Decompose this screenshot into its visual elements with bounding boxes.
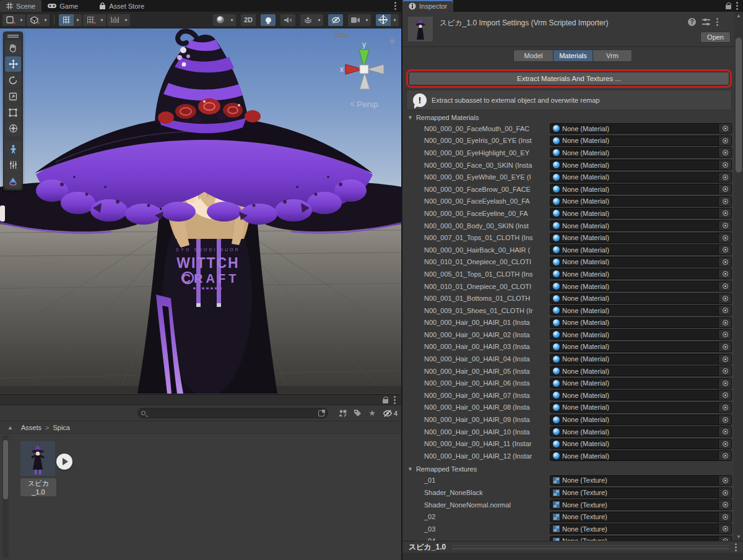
tool-settings-button[interactable] (2, 14, 17, 26)
project-lock-icon[interactable] (383, 397, 388, 403)
scene-panel-menu-kebab-icon[interactable] (394, 2, 396, 10)
scrollbar-thumb[interactable] (736, 38, 742, 173)
material-object-field[interactable]: None (Material) (550, 354, 732, 364)
tool-settings-caret-icon[interactable]: ▾ (17, 14, 25, 26)
material-object-field[interactable]: None (Material) (550, 390, 732, 400)
shading-mode-button[interactable] (213, 14, 228, 26)
avatar-tool-button[interactable] (5, 141, 21, 157)
material-object-field[interactable]: None (Material) (550, 196, 732, 207)
material-object-field[interactable]: None (Material) (550, 233, 732, 243)
material-object-field[interactable]: None (Material) (550, 147, 732, 158)
snap-settings-caret-icon[interactable]: ▾ (122, 14, 130, 26)
object-picker-button[interactable] (718, 439, 731, 449)
asset-item[interactable]: スピカ_1.0 (20, 441, 56, 496)
material-object-field[interactable]: None (Material) (550, 342, 732, 352)
snap-settings-button[interactable] (107, 14, 122, 26)
material-object-field[interactable]: None (Material) (550, 402, 732, 413)
material-object-field[interactable]: None (Material) (550, 244, 732, 255)
pivot-mode-caret-icon[interactable]: ▾ (41, 14, 50, 26)
material-object-field[interactable]: None (Material) (550, 208, 732, 218)
object-picker-button[interactable] (718, 197, 731, 206)
tab-scene[interactable]: Scene (0, 0, 41, 12)
object-picker-button[interactable] (718, 306, 731, 315)
object-picker-button[interactable] (718, 173, 731, 182)
object-picker-button[interactable] (718, 209, 731, 218)
tab-vrm[interactable]: Vrm (593, 50, 632, 62)
object-picker-button[interactable] (718, 415, 731, 424)
material-object-field[interactable]: None (Material) (550, 329, 732, 340)
lighting-toggle-button[interactable] (261, 14, 276, 26)
gizmo-drag-handle-icon[interactable] (334, 33, 348, 37)
project-content[interactable]: スピカ_1.0 (0, 434, 401, 560)
object-picker-button[interactable] (718, 294, 731, 303)
material-object-field[interactable]: None (Material) (550, 293, 732, 304)
object-picker-button[interactable] (718, 124, 731, 133)
object-picker-button[interactable] (718, 355, 731, 364)
orientation-gizmo[interactable]: y x <Persp (332, 31, 396, 110)
object-picker-button[interactable] (718, 403, 731, 412)
footer-kebab-icon[interactable] (735, 543, 737, 551)
object-picker-button[interactable] (718, 245, 731, 254)
object-picker-button[interactable] (718, 379, 731, 388)
preview-footer[interactable]: スピカ_1.0 (402, 541, 743, 553)
pivot-mode-button[interactable] (27, 14, 41, 26)
projection-mode[interactable]: <Persp (350, 99, 378, 109)
gizmos-toggle-button[interactable] (376, 14, 391, 26)
texture-object-field[interactable]: None (Texture) (550, 512, 732, 522)
object-picker-button[interactable] (718, 476, 731, 485)
object-picker-button[interactable] (718, 500, 731, 509)
material-object-field[interactable]: None (Material) (550, 123, 732, 134)
object-picker-button[interactable] (718, 160, 731, 170)
inspector-lock-icon[interactable] (726, 2, 731, 9)
material-object-field[interactable]: None (Material) (550, 450, 732, 461)
transform-tool-button[interactable] (5, 121, 21, 136)
material-object-field[interactable]: None (Material) (550, 305, 732, 316)
scroll-down-icon[interactable]: ▼ (734, 534, 743, 540)
search-input[interactable] (148, 410, 316, 417)
tab-asset-store[interactable]: Asset Store (93, 0, 150, 12)
inspector-scrollbar[interactable]: ▲ ▼ (734, 12, 743, 541)
star-icon[interactable]: ★ (368, 408, 376, 418)
gizmos-caret-icon[interactable]: ▾ (391, 14, 399, 26)
footer-drag-handle[interactable] (452, 545, 729, 549)
tab-game[interactable]: Game (41, 0, 84, 12)
object-picker-button[interactable] (718, 512, 731, 522)
object-picker-button[interactable] (718, 451, 731, 460)
rotate-tool-button[interactable] (5, 72, 21, 88)
increment-snap-button[interactable] (83, 14, 98, 26)
vrm-tool-button[interactable] (5, 173, 21, 189)
object-picker-button[interactable] (718, 342, 731, 351)
texture-object-field[interactable]: None (Texture) (550, 488, 732, 498)
header-kebab-icon[interactable] (716, 18, 718, 26)
material-object-field[interactable]: None (Material) (550, 136, 732, 146)
object-picker-button[interactable] (718, 330, 731, 339)
object-picker-button[interactable] (718, 524, 731, 533)
object-picker-button[interactable] (718, 184, 731, 194)
move-tool-button[interactable] (5, 56, 21, 72)
material-object-field[interactable]: None (Material) (550, 439, 732, 449)
hand-tool-button[interactable] (5, 40, 21, 56)
material-object-field[interactable]: None (Material) (550, 426, 732, 437)
effects-toggle-button[interactable] (300, 14, 315, 26)
texture-object-field[interactable]: None (Texture) (550, 499, 732, 510)
object-picker-button[interactable] (718, 536, 731, 541)
search-in-window-icon[interactable] (318, 410, 324, 416)
object-picker-button[interactable] (718, 488, 731, 498)
material-object-field[interactable]: None (Material) (550, 281, 732, 291)
tab-model[interactable]: Model (513, 50, 553, 62)
rect-tool-button[interactable] (5, 105, 21, 120)
material-object-field[interactable]: None (Material) (550, 220, 732, 231)
object-picker-button[interactable] (718, 221, 731, 230)
asset-label[interactable]: スピカ_1.0 (20, 478, 56, 496)
texture-object-field[interactable]: None (Texture) (550, 536, 732, 541)
blend-tool-button[interactable] (5, 157, 21, 173)
audio-toggle-button[interactable] (280, 14, 295, 26)
object-picker-button[interactable] (718, 136, 731, 145)
object-picker-button[interactable] (718, 282, 731, 291)
hidden-count-toggle[interactable]: 4 (383, 410, 398, 417)
material-object-field[interactable]: None (Material) (550, 172, 732, 183)
scene-visibility-button[interactable] (328, 14, 343, 26)
tab-materials[interactable]: Materials (553, 50, 593, 62)
object-picker-button[interactable] (718, 148, 731, 157)
gizmo-y-label[interactable]: y (362, 40, 366, 49)
